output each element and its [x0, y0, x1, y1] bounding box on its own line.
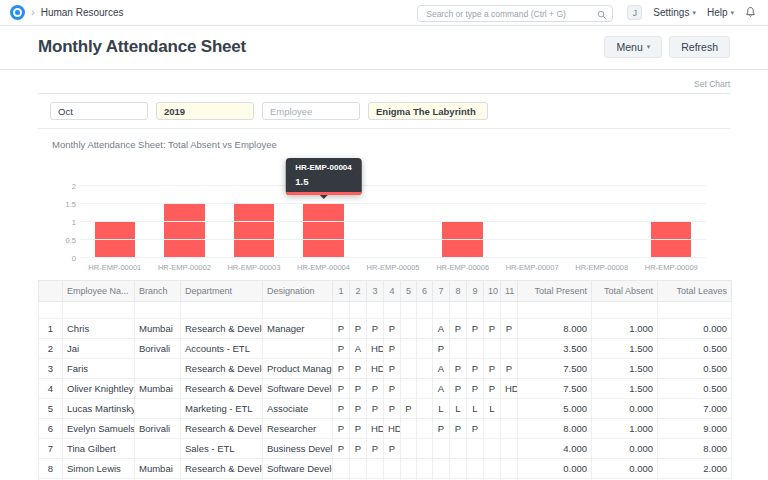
- table-cell[interactable]: [401, 439, 417, 459]
- table-cell[interactable]: [401, 319, 417, 339]
- column-header[interactable]: Department: [181, 281, 263, 302]
- table-cell[interactable]: P: [384, 359, 401, 379]
- chart-bar[interactable]: [95, 222, 135, 258]
- filter-cell[interactable]: [181, 302, 263, 319]
- filter-cell[interactable]: [433, 302, 450, 319]
- table-cell[interactable]: Accounts - ETL: [181, 339, 263, 359]
- table-cell[interactable]: 1.500: [592, 339, 658, 359]
- table-cell[interactable]: [450, 439, 467, 459]
- table-cell[interactable]: P: [450, 319, 467, 339]
- table-cell[interactable]: [417, 419, 433, 439]
- table-cell[interactable]: 7.500: [518, 359, 592, 379]
- table-cell[interactable]: Associate: [263, 399, 333, 419]
- column-header[interactable]: Designation: [263, 281, 333, 302]
- table-cell[interactable]: P: [333, 379, 350, 399]
- refresh-button[interactable]: Refresh: [669, 36, 730, 58]
- table-cell[interactable]: [417, 459, 433, 479]
- table-cell[interactable]: P: [467, 379, 484, 399]
- table-cell[interactable]: [401, 339, 417, 359]
- table-cell[interactable]: Research & Develop...: [181, 319, 263, 339]
- chart-bar[interactable]: [303, 204, 343, 258]
- column-header[interactable]: 8: [450, 281, 467, 302]
- table-cell[interactable]: P: [484, 359, 501, 379]
- chart-bar[interactable]: [442, 222, 482, 258]
- table-cell[interactable]: [401, 459, 417, 479]
- table-cell[interactable]: P: [501, 359, 518, 379]
- table-cell[interactable]: Software Develo...: [263, 379, 333, 399]
- table-cell[interactable]: P: [467, 319, 484, 339]
- table-cell[interactable]: Research & Develop...: [181, 379, 263, 399]
- table-cell[interactable]: [417, 439, 433, 459]
- menu-button[interactable]: Menu ▾: [604, 36, 662, 58]
- table-cell[interactable]: Research & Develop...: [181, 459, 263, 479]
- table-cell[interactable]: 0.000: [592, 399, 658, 419]
- company-filter[interactable]: [368, 102, 488, 120]
- table-cell[interactable]: P: [350, 439, 367, 459]
- column-header[interactable]: 2: [350, 281, 367, 302]
- search-input[interactable]: [417, 5, 613, 22]
- filter-cell[interactable]: [63, 302, 135, 319]
- table-cell[interactable]: [484, 419, 501, 439]
- table-cell[interactable]: A: [433, 379, 450, 399]
- table-cell[interactable]: Research & Develop...: [181, 419, 263, 439]
- table-cell[interactable]: [450, 459, 467, 479]
- table-cell[interactable]: [467, 339, 484, 359]
- table-cell[interactable]: 1.500: [592, 359, 658, 379]
- table-cell[interactable]: Tina Gilbert: [63, 439, 135, 459]
- table-cell[interactable]: [433, 459, 450, 479]
- column-header[interactable]: Total Absent: [592, 281, 658, 302]
- employee-filter[interactable]: [262, 102, 360, 120]
- breadcrumb-module-link[interactable]: Human Resources: [41, 7, 124, 18]
- table-cell[interactable]: [501, 399, 518, 419]
- filter-cell[interactable]: [401, 302, 417, 319]
- table-cell[interactable]: P: [484, 319, 501, 339]
- year-filter[interactable]: [156, 102, 254, 120]
- table-cell[interactable]: P: [350, 419, 367, 439]
- table-cell[interactable]: [501, 459, 518, 479]
- column-header[interactable]: 4: [384, 281, 401, 302]
- table-cell[interactable]: [417, 319, 433, 339]
- table-cell[interactable]: P: [384, 319, 401, 339]
- table-cell[interactable]: [350, 459, 367, 479]
- column-header[interactable]: 9: [467, 281, 484, 302]
- filter-cell[interactable]: [333, 302, 350, 319]
- filter-cell[interactable]: [484, 302, 501, 319]
- table-cell[interactable]: Faris: [63, 359, 135, 379]
- table-cell[interactable]: P: [367, 319, 384, 339]
- table-cell[interactable]: P: [367, 439, 384, 459]
- table-cell[interactable]: P: [367, 399, 384, 419]
- table-cell[interactable]: P: [484, 379, 501, 399]
- table-cell[interactable]: [501, 419, 518, 439]
- table-cell[interactable]: [401, 419, 417, 439]
- table-cell[interactable]: [333, 459, 350, 479]
- filter-cell[interactable]: [417, 302, 433, 319]
- column-header[interactable]: 7: [433, 281, 450, 302]
- table-cell[interactable]: 1.500: [592, 379, 658, 399]
- filter-cell[interactable]: [467, 302, 484, 319]
- table-cell[interactable]: P: [384, 439, 401, 459]
- column-header[interactable]: 6: [417, 281, 433, 302]
- column-header[interactable]: 10: [484, 281, 501, 302]
- table-cell[interactable]: A: [433, 319, 450, 339]
- table-cell[interactable]: Borivali: [135, 339, 181, 359]
- filter-cell[interactable]: [39, 302, 63, 319]
- table-cell[interactable]: P: [333, 419, 350, 439]
- table-cell[interactable]: Software Develo...: [263, 459, 333, 479]
- table-cell[interactable]: P: [450, 419, 467, 439]
- chart-bar[interactable]: [651, 222, 691, 258]
- filter-cell[interactable]: [350, 302, 367, 319]
- table-cell[interactable]: Chris: [63, 319, 135, 339]
- table-cell[interactable]: [501, 439, 518, 459]
- table-cell[interactable]: P: [350, 319, 367, 339]
- settings-menu[interactable]: Settings ▾: [653, 7, 696, 18]
- table-cell[interactable]: Simon Lewis: [63, 459, 135, 479]
- filter-cell[interactable]: [263, 302, 333, 319]
- table-cell[interactable]: Manager: [263, 319, 333, 339]
- table-cell[interactable]: P: [384, 399, 401, 419]
- table-cell[interactable]: P: [333, 399, 350, 419]
- table-cell[interactable]: Lucas Martinsky: [63, 399, 135, 419]
- table-cell[interactable]: [417, 359, 433, 379]
- table-cell[interactable]: 5.000: [518, 399, 592, 419]
- filter-cell[interactable]: [518, 302, 592, 319]
- table-cell[interactable]: HD: [367, 339, 384, 359]
